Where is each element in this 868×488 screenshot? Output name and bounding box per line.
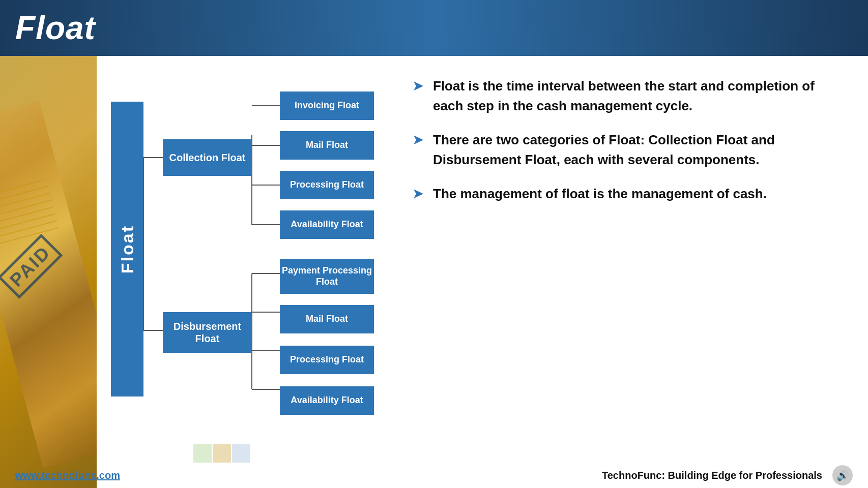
- disbursement-float-label: Disbursement Float: [163, 320, 252, 345]
- payment-processing-float-label: Payment Processing Float: [280, 265, 374, 287]
- diagram-panel: Float Collection Float Disbursement Floa…: [97, 56, 382, 488]
- right-text-panel: ➤ Float is the time interval between the…: [382, 56, 868, 488]
- main-content: PAID: [0, 56, 868, 488]
- svg-line-9: [252, 145, 280, 158]
- collection-float-box: Collection Float: [163, 139, 252, 176]
- processing-float-label-1: Processing Float: [290, 179, 364, 191]
- page-header: Float: [0, 0, 868, 56]
- disbursement-float-box: Disbursement Float: [163, 312, 252, 353]
- check-image: PAID: [0, 101, 97, 468]
- speaker-icon[interactable]: 🔊: [832, 465, 853, 485]
- processing-float-label-2: Processing Float: [290, 354, 364, 365]
- invoicing-float-box: Invoicing Float: [280, 92, 374, 120]
- footer: www.technofunc.com TechnoFunc: Building …: [0, 463, 868, 488]
- availability-float-box-2: Availability Float: [280, 386, 374, 415]
- bullet-1: ➤ Float is the time interval between the…: [412, 76, 843, 116]
- bullet-3: ➤ The management of float is the managem…: [412, 184, 843, 204]
- page-title: Float: [15, 9, 96, 47]
- invoicing-float-label: Invoicing Float: [295, 100, 359, 111]
- bullet-text-2: There are two categories of Float: Colle…: [433, 130, 843, 170]
- mail-float-label-1: Mail Float: [306, 140, 348, 151]
- decorative-squares: [193, 444, 250, 463]
- svg-line-8: [252, 106, 280, 135]
- check-lines: [0, 173, 61, 250]
- availability-float-box-1: Availability Float: [280, 210, 374, 239]
- bullet-arrow-3: ➤: [412, 185, 424, 202]
- float-label: Float: [118, 225, 137, 273]
- company-name: TechnoFunc: Building Edge for Profession…: [602, 470, 822, 481]
- website-link[interactable]: www.technofunc.com: [15, 470, 120, 481]
- bullet-arrow-2: ➤: [412, 131, 424, 148]
- mail-float-box-2: Mail Float: [280, 305, 374, 333]
- bullet-text-3: The management of float is the managemen…: [433, 184, 767, 204]
- bullet-2: ➤ There are two categories of Float: Col…: [412, 130, 843, 170]
- bullet-text-1: Float is the time interval between the s…: [433, 76, 843, 116]
- left-image-panel: PAID: [0, 56, 97, 488]
- collection-float-label: Collection Float: [169, 151, 246, 164]
- availability-float-label-1: Availability Float: [291, 219, 363, 230]
- mail-float-label-2: Mail Float: [306, 314, 348, 325]
- processing-float-box-2: Processing Float: [280, 346, 374, 374]
- float-main-box: Float: [111, 102, 143, 396]
- payment-processing-float-box: Payment Processing Float: [280, 259, 374, 294]
- availability-float-label-2: Availability Float: [291, 395, 363, 406]
- check-overlay: PAID: [0, 56, 97, 488]
- processing-float-box-1: Processing Float: [280, 171, 374, 199]
- mail-float-box-1: Mail Float: [280, 131, 374, 160]
- bullet-arrow-1: ➤: [412, 77, 424, 94]
